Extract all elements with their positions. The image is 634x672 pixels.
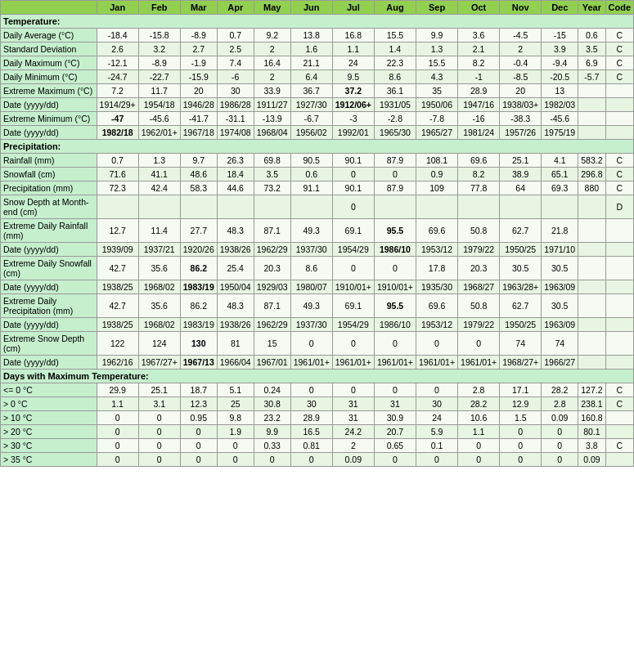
table-cell: 12.3 (180, 397, 217, 411)
table-cell: 86.2 (180, 257, 217, 280)
table-cell: 1981/24 (458, 126, 500, 140)
col-header-nov: Nov (500, 1, 542, 15)
table-cell: -2.8 (374, 112, 416, 126)
row-label: > 10 °C (1, 411, 97, 425)
table-cell: 1962/01+ (138, 126, 180, 140)
table-cell: 26.3 (217, 154, 254, 168)
table-cell: 1963/09 (542, 318, 578, 332)
table-cell: 65.1 (542, 168, 578, 181)
table-cell: -22.7 (138, 70, 180, 84)
table-cell: -1.9 (180, 56, 217, 70)
table-cell: 25.1 (138, 383, 180, 397)
row-label: Daily Minimum (°C) (1, 70, 97, 84)
table-cell: 27.7 (180, 219, 217, 243)
table-cell: -9.4 (542, 56, 578, 70)
table-cell: 0 (500, 453, 542, 467)
table-cell: 109 (416, 181, 457, 195)
table-row: Snow Depth at Month-end (cm)0D (1, 195, 634, 219)
table-cell: 2 (254, 70, 290, 84)
table-cell (458, 195, 500, 219)
table-cell: 62.7 (500, 219, 542, 243)
table-cell: 31 (374, 397, 416, 411)
table-cell: 5.9 (416, 425, 457, 439)
table-cell: 1.1 (332, 43, 374, 56)
table-row: Extreme Daily Rainfall (mm)12.711.427.74… (1, 219, 634, 243)
table-cell: 16.5 (290, 425, 332, 439)
table-row: Date (yyyy/dd)1938/251968/021983/191950/… (1, 280, 634, 294)
table-cell: 69.6 (458, 154, 500, 168)
section-header-0: Temperature: (1, 15, 634, 29)
table-cell: 108.1 (416, 154, 457, 168)
table-cell (97, 195, 138, 219)
col-header-jan: Jan (97, 1, 138, 15)
table-cell: 160.8 (578, 411, 605, 425)
table-cell: 1986/28 (217, 98, 254, 112)
table-cell: 24 (332, 56, 374, 70)
table-cell: 1939/09 (97, 243, 138, 257)
table-cell: 80.1 (578, 425, 605, 439)
table-cell: 1968/27+ (500, 356, 542, 370)
table-row: Extreme Daily Precipitation (mm)42.735.6… (1, 294, 634, 318)
table-cell: 15.5 (416, 56, 457, 70)
table-cell: 15 (254, 332, 290, 356)
table-cell (578, 294, 605, 318)
table-cell: 0 (542, 425, 578, 439)
table-cell: 28.9 (458, 84, 500, 98)
row-label: Snow Depth at Month-end (cm) (1, 195, 97, 219)
table-cell: 49.3 (290, 294, 332, 318)
table-cell: 1961/01+ (416, 356, 457, 370)
table-cell: 0 (138, 411, 180, 425)
table-cell: 3.2 (138, 43, 180, 56)
table-cell: 49.3 (290, 219, 332, 243)
table-cell: 1938/26 (217, 243, 254, 257)
col-header-may: May (254, 1, 290, 15)
table-cell: 3.1 (138, 397, 180, 411)
table-cell (578, 257, 605, 280)
table-cell: 1965/30 (374, 126, 416, 140)
row-label: Date (yyyy/dd) (1, 280, 97, 294)
col-header-code: Code (605, 1, 634, 15)
table-cell: 95.5 (374, 219, 416, 243)
table-cell (605, 318, 634, 332)
table-cell: 12.9 (500, 397, 542, 411)
table-cell: 0.9 (416, 168, 457, 181)
table-cell: 3.5 (578, 43, 605, 56)
table-cell: 0 (180, 453, 217, 467)
table-cell: 10.6 (458, 411, 500, 425)
table-cell: 7.2 (97, 84, 138, 98)
table-cell: 77.8 (458, 181, 500, 195)
row-label: <= 0 °C (1, 383, 97, 397)
table-row: Daily Maximum (°C)-12.1-8.9-1.97.416.421… (1, 56, 634, 70)
table-cell: 1.4 (374, 43, 416, 56)
table-cell: 90.1 (332, 181, 374, 195)
table-cell: 30.9 (374, 411, 416, 425)
table-cell (578, 98, 605, 112)
table-cell: 1983/19 (180, 280, 217, 294)
table-cell: -15.8 (138, 29, 180, 43)
table-cell: 1937/21 (138, 243, 180, 257)
table-cell: 1962/29 (254, 318, 290, 332)
table-cell: 1986/10 (374, 243, 416, 257)
table-cell: 8.6 (374, 70, 416, 84)
table-cell: 22.3 (374, 56, 416, 70)
table-cell: -31.1 (217, 112, 254, 126)
table-cell: -16 (458, 112, 500, 126)
table-cell: 0 (290, 332, 332, 356)
table-cell: 25.4 (217, 257, 254, 280)
table-cell: C (605, 168, 634, 181)
table-cell: -15 (542, 29, 578, 43)
table-cell: 0 (180, 425, 217, 439)
table-cell: 28.2 (542, 383, 578, 397)
table-row: Extreme Daily Snowfall (cm)42.735.686.22… (1, 257, 634, 280)
table-cell: 1961/01+ (332, 356, 374, 370)
table-cell (578, 356, 605, 370)
table-cell: 25 (217, 397, 254, 411)
row-label: Date (yyyy/dd) (1, 126, 97, 140)
table-cell (605, 112, 634, 126)
table-cell: 6.4 (290, 70, 332, 84)
table-cell: C (605, 383, 634, 397)
table-cell: 0 (374, 168, 416, 181)
section-header-1: Precipitation: (1, 140, 634, 154)
table-cell: 1962/16 (97, 356, 138, 370)
col-header-jun: Jun (290, 1, 332, 15)
